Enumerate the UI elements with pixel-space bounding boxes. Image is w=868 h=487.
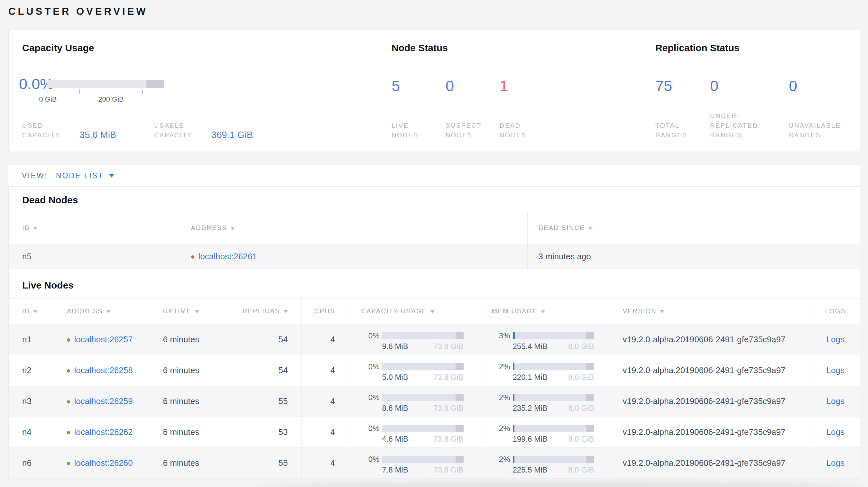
mem-percent: 2% [492,455,510,464]
sort-arrow-icon [33,310,38,313]
version-cell: v19.2.0-alpha.20190606-2491-gfe735c9a97 [611,324,811,355]
dead-col-dead-since[interactable]: DEAD SINCE [527,212,860,244]
live-col-version[interactable]: VERSION [611,298,811,324]
dead-nodes-heading: Dead Nodes [9,187,860,212]
logs-cell: Logs [811,386,860,417]
live-nodes-table: ID ADDRESS UPTIME REPLICAS CPUS CAPACITY… [9,298,860,479]
view-dropdown-value[interactable]: NODE LIST [56,171,103,180]
live-status-dot-icon [67,462,70,465]
capacity-used-value: 7.8 MiB [382,465,408,475]
view-dropdown[interactable]: NODE LIST [56,171,115,180]
node-address-cell: localhost:26260 [55,448,151,479]
capacity-usage-cell: 0% 5.0 MiB 73.8 GiB [350,355,480,386]
capacity-usage-cell: 0% 9.6 MiB 73.8 GiB [350,324,480,355]
node-status-title: Node Status [392,41,636,54]
node-address-link[interactable]: localhost:26257 [74,334,133,344]
dead-col-address[interactable]: ADDRESS [180,212,527,244]
node-address-cell: localhost:26261 [180,244,527,269]
sort-arrow-icon [430,310,435,313]
sort-arrow-icon [588,227,593,230]
mem-usage-cell: 2% 225.5 MiB 8.0 GiB [480,448,611,479]
page-title: CLUSTER OVERVIEW [8,0,860,30]
capacity-percent: 0% [361,455,380,464]
capacity-bar [382,363,464,370]
capacity-percent: 0% [361,424,380,433]
mem-used-value: 235.2 MiB [513,404,548,413]
capacity-percent: 0.0% [19,75,47,93]
capacity-usage-cell: 0% 8.6 MiB 73.8 GiB [350,386,480,417]
logs-link[interactable]: Logs [827,458,844,468]
capacity-chart: 0 GiB 200 GiB [47,80,164,103]
replicas-cell: 54 [222,355,302,386]
usable-capacity-value: 369.1 GiB [211,130,253,140]
live-col-replicas[interactable]: REPLICAS [222,298,302,324]
node-address-cell: localhost:26257 [55,324,151,355]
dead-status-dot-icon [191,255,194,259]
capacity-total-value: 73.8 GiB [433,465,463,475]
sort-arrow-icon [283,310,288,313]
node-id-cell: n3 [9,386,55,417]
capacity-usage-title: Capacity Usage [22,41,363,54]
axis-tick [79,90,80,94]
live-col-address[interactable]: ADDRESS [55,298,151,324]
replicas-cell: 53 [222,417,302,448]
axis-tick [111,90,111,94]
unavailable-ranges-label: UNAVAILABLE RANGES [789,121,868,140]
replication-status-section: Replication Status 75 TOTAL RANGES 0 UND… [655,41,855,140]
live-status-dot-icon [67,400,70,403]
logs-link[interactable]: Logs [827,427,844,437]
table-header-row: ID ADDRESS DEAD SINCE [9,212,860,244]
mem-bar [513,425,594,432]
live-col-id[interactable]: ID [9,298,55,324]
logs-link[interactable]: Logs [827,365,844,375]
mem-usage-cell: 2% 220.1 MiB 8.0 GiB [480,355,611,386]
capacity-usage-section: Capacity Usage 0.0% 0 GiB 200 GiB [22,41,363,140]
live-col-uptime[interactable]: UPTIME [151,298,222,324]
capacity-bar [47,80,164,88]
live-status-dot-icon [67,369,70,372]
live-col-mem-usage[interactable]: MEM USAGE [480,298,611,324]
mem-percent: 2% [492,362,510,371]
mem-total-value: 8.0 GiB [568,434,594,444]
mem-bar [513,394,594,401]
node-address-link[interactable]: localhost:26262 [74,427,133,437]
replicas-cell: 54 [222,324,302,355]
uptime-cell: 6 minutes [151,417,222,448]
capacity-total-value: 73.8 GiB [433,373,463,382]
table-row: n5 localhost:26261 3 minutes ago [9,244,860,269]
replication-status-title: Replication Status [655,41,855,54]
dead-nodes-count: 1 [500,77,554,95]
capacity-axis: 0 GiB 200 GiB [47,88,164,103]
view-label: VIEW: [22,171,48,180]
dead-col-id[interactable]: ID [9,212,180,244]
live-nodes-heading: Live Nodes [9,269,860,298]
version-cell: v19.2.0-alpha.20190606-2491-gfe735c9a97 [611,386,811,417]
logs-cell: Logs [811,448,860,479]
table-row: n3 localhost:26259 6 minutes 55 4 0% 8.6… [9,386,860,417]
node-address-link[interactable]: localhost:26258 [74,365,133,375]
unavailable-ranges-count: 0 [789,77,853,95]
replicas-cell: 55 [222,386,302,417]
axis-tick [142,90,143,94]
node-address-cell: localhost:26259 [55,386,151,417]
used-capacity-label: USED CAPACITY [22,121,76,140]
capacity-bar [382,425,464,432]
node-address-link[interactable]: localhost:26261 [198,252,257,261]
node-address-link[interactable]: localhost:26259 [74,396,133,406]
mem-total-value: 8.0 GiB [568,465,594,475]
logs-link[interactable]: Logs [827,396,844,406]
node-address-link[interactable]: localhost:26260 [74,458,133,468]
version-cell: v19.2.0-alpha.20190606-2491-gfe735c9a97 [611,448,811,479]
sort-arrow-icon [33,227,38,230]
uptime-cell: 6 minutes [151,448,222,479]
live-col-logs: LOGS [811,298,860,324]
capacity-total-value: 73.8 GiB [433,434,463,444]
nodes-panel: Dead Nodes ID ADDRESS DEAD SINCE n5 loca… [8,187,860,479]
capacity-percent: 0% [361,362,380,371]
logs-link[interactable]: Logs [827,334,844,344]
dead-nodes-table: ID ADDRESS DEAD SINCE n5 localhost:26261… [9,212,860,269]
live-status-dot-icon [67,338,70,342]
mem-percent: 2% [492,424,510,433]
live-col-capacity-usage[interactable]: CAPACITY USAGE [350,298,480,324]
node-id-cell: n6 [9,448,55,479]
